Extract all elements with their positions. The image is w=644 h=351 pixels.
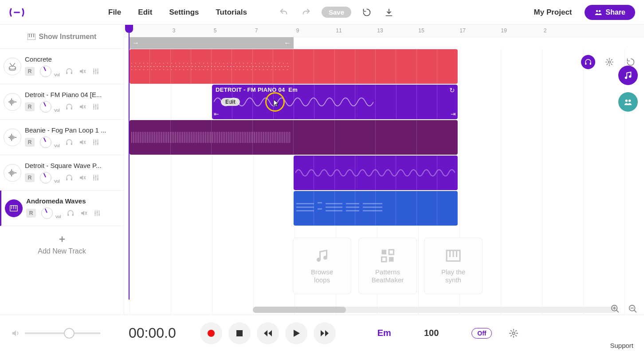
- tempo[interactable]: 100: [424, 328, 439, 338]
- menu-file[interactable]: File: [108, 8, 121, 17]
- volume-slider[interactable]: [25, 332, 100, 334]
- svg-rect-38: [318, 208, 322, 210]
- project-title[interactable]: My Project: [534, 8, 572, 17]
- headphones-icon[interactable]: [65, 67, 73, 75]
- reload-icon[interactable]: [360, 6, 373, 19]
- track-row[interactable]: Concrete R Vol: [0, 49, 124, 84]
- record-arm-button[interactable]: R: [26, 209, 36, 218]
- transport-bar: 00:00.0 Em 100 Off Support: [0, 315, 644, 351]
- main-area: Show Instrument Concrete R Vol: [0, 25, 644, 315]
- record-arm-button[interactable]: R: [25, 102, 35, 111]
- track-row[interactable]: Beanie - Fog Pan Loop 1 ... R Vol: [0, 120, 124, 155]
- lane[interactable]: DETROIT - FM PIANO 04 Em Edit ↻ ⇤⇥: [124, 84, 644, 120]
- timecode[interactable]: 00:00.0: [129, 325, 176, 341]
- volume-label: Vol: [54, 144, 60, 148]
- track-row[interactable]: Detroit - Square Wave P... R Vol: [0, 155, 124, 191]
- volume-knob[interactable]: [40, 66, 51, 77]
- gear-rail-icon[interactable]: [602, 55, 617, 69]
- menu-settings[interactable]: Settings: [169, 8, 199, 17]
- fx-icon[interactable]: [92, 174, 100, 182]
- svg-rect-53: [389, 257, 394, 262]
- svg-rect-13: [66, 108, 67, 110]
- browse-loops-card[interactable]: Browseloops: [293, 238, 351, 294]
- playhead[interactable]: [129, 25, 130, 300]
- zoom-in-icon[interactable]: [610, 304, 620, 314]
- slider-handle[interactable]: [64, 328, 75, 339]
- rewind-button[interactable]: [257, 322, 279, 344]
- lane[interactable]: [124, 155, 644, 191]
- undo-button[interactable]: [277, 6, 291, 19]
- fx-icon[interactable]: [92, 138, 100, 146]
- headphones-icon[interactable]: [67, 209, 75, 217]
- fast-forward-button[interactable]: [314, 322, 336, 344]
- ruler-mark: 7: [255, 27, 258, 34]
- mute-icon[interactable]: [80, 209, 88, 217]
- music-note-icon: [314, 248, 330, 264]
- metronome-toggle[interactable]: Off: [471, 328, 492, 339]
- patterns-beatmaker-card[interactable]: PatternsBeatMaker: [358, 238, 417, 294]
- clip-square-wave[interactable]: [294, 156, 458, 190]
- play-button[interactable]: [285, 322, 307, 344]
- clip-drums[interactable]: [130, 49, 458, 84]
- volume-knob[interactable]: [40, 172, 51, 183]
- loop-range-bar[interactable]: → ←: [130, 37, 294, 49]
- zoom-out-icon[interactable]: [628, 304, 638, 314]
- fx-icon[interactable]: [92, 103, 100, 111]
- download-icon[interactable]: [382, 6, 396, 19]
- save-button[interactable]: Save: [322, 7, 351, 18]
- track-row[interactable]: Andromeda Waves R Vol: [0, 191, 124, 226]
- helper-label: Play thesynth: [441, 268, 465, 284]
- volume-knob[interactable]: [40, 101, 51, 113]
- lane[interactable]: [124, 191, 644, 226]
- fx-icon[interactable]: [92, 67, 100, 75]
- menu-tutorials[interactable]: Tutorials: [216, 8, 247, 17]
- record-button[interactable]: [200, 322, 222, 344]
- record-arm-button[interactable]: R: [25, 173, 35, 182]
- support-link[interactable]: Support: [610, 342, 633, 349]
- scrollbar-thumb[interactable]: [253, 307, 346, 313]
- lane[interactable]: [124, 49, 644, 84]
- toolbar-icons: Save: [277, 6, 396, 19]
- track-controls: R Vol: [25, 101, 118, 113]
- arrow-right-icon: →: [132, 39, 139, 47]
- svg-rect-47: [363, 210, 382, 211]
- add-track-button[interactable]: ＋ Add New Track: [0, 226, 124, 261]
- app-logo[interactable]: [9, 4, 25, 20]
- mute-icon[interactable]: [79, 67, 86, 75]
- transport-settings-icon[interactable]: [509, 328, 518, 338]
- clip-handles[interactable]: ⇤⇥: [214, 110, 456, 117]
- record-arm-button[interactable]: R: [25, 138, 35, 147]
- show-instrument-button[interactable]: Show Instrument: [0, 25, 124, 49]
- redo-button[interactable]: [299, 6, 313, 19]
- record-arm-button[interactable]: R: [25, 67, 35, 76]
- volume-knob[interactable]: [41, 207, 53, 219]
- headphones-rail-icon[interactable]: [581, 55, 595, 69]
- volume-knob[interactable]: [40, 136, 51, 148]
- clip-reload-icon[interactable]: ↻: [449, 86, 455, 94]
- mute-icon[interactable]: [79, 174, 86, 182]
- time-ruler[interactable]: 3 5 7 9 11 13 15 17 19 2: [124, 25, 644, 37]
- collab-button[interactable]: [618, 92, 638, 112]
- svg-point-49: [323, 256, 327, 260]
- track-row[interactable]: Detroit - FM Piano 04 [E... R Vol: [0, 84, 124, 120]
- headphones-icon[interactable]: [65, 174, 73, 182]
- key-signature[interactable]: Em: [377, 328, 391, 338]
- svg-point-60: [625, 77, 628, 79]
- lane[interactable]: [124, 120, 644, 155]
- clip-andromeda[interactable]: [294, 191, 458, 226]
- horizontal-scrollbar[interactable]: [253, 307, 617, 313]
- ruler-mark: 2: [544, 27, 547, 34]
- headphones-icon[interactable]: [65, 103, 73, 111]
- mute-icon[interactable]: [79, 138, 86, 146]
- clip-fog-pan[interactable]: [130, 120, 458, 155]
- menu-edit[interactable]: Edit: [138, 8, 152, 17]
- headphones-icon[interactable]: [65, 138, 73, 146]
- clip-fm-piano[interactable]: DETROIT - FM PIANO 04 Em Edit ↻ ⇤⇥: [212, 85, 458, 119]
- speaker-icon[interactable]: [11, 328, 20, 338]
- play-synth-card[interactable]: Play thesynth: [424, 238, 483, 294]
- mute-icon[interactable]: [79, 103, 86, 111]
- fx-icon[interactable]: [93, 209, 101, 217]
- library-button[interactable]: [618, 66, 638, 85]
- stop-button[interactable]: [228, 322, 251, 344]
- share-button[interactable]: Share: [585, 5, 635, 20]
